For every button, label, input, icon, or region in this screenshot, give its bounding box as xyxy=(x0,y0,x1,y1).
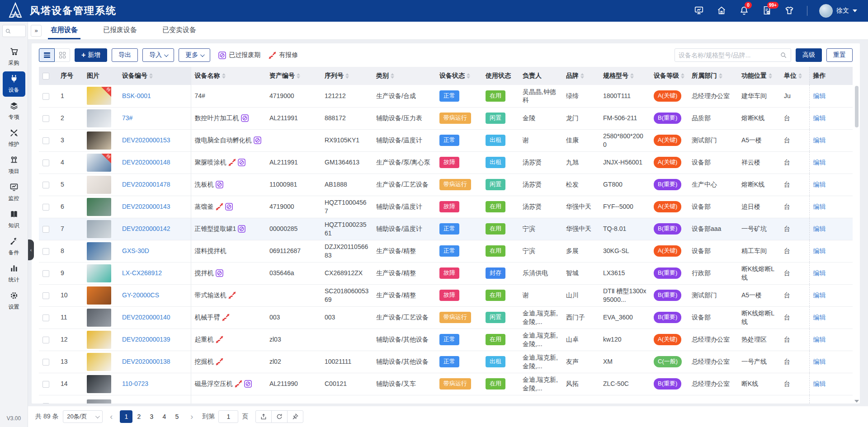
grid-view-button[interactable] xyxy=(54,48,70,62)
edit-link[interactable]: 编辑 xyxy=(813,269,826,277)
tab-in-use[interactable]: 在用设备 xyxy=(48,22,80,39)
goto-page-input[interactable] xyxy=(218,410,238,423)
equipment-code-link[interactable]: 110-0723 xyxy=(122,380,148,387)
sort-icon[interactable] xyxy=(345,73,349,79)
edit-link[interactable]: 编辑 xyxy=(813,336,826,343)
edit-link[interactable]: 编辑 xyxy=(813,114,826,122)
row-checkbox[interactable] xyxy=(42,160,49,166)
equipment-code-link[interactable]: BSK-0001 xyxy=(122,92,151,99)
notifications-bell-icon[interactable]: 0 xyxy=(739,5,750,16)
edit-link[interactable]: 编辑 xyxy=(813,225,826,232)
export-button[interactable]: 导出 xyxy=(112,48,138,62)
home-icon[interactable] xyxy=(717,5,727,16)
next-page-button[interactable]: › xyxy=(188,412,196,422)
row-checkbox[interactable] xyxy=(42,270,49,277)
row-checkbox[interactable] xyxy=(42,93,49,100)
edit-link[interactable]: 编辑 xyxy=(813,136,826,144)
equipment-code-link[interactable]: DEV2020000142 xyxy=(122,225,170,232)
equipment-photo[interactable] xyxy=(87,375,111,393)
tasks-document-icon[interactable]: 99+ xyxy=(762,5,773,16)
row-checkbox[interactable] xyxy=(42,337,49,343)
row-checkbox[interactable] xyxy=(42,248,49,255)
sidebar-collapse-handle[interactable]: ‹ xyxy=(28,239,34,260)
user-menu[interactable]: 徐文 xyxy=(819,4,857,18)
equipment-photo[interactable] xyxy=(87,331,111,349)
equipment-photo[interactable] xyxy=(87,286,111,305)
equipment-photo[interactable] xyxy=(87,353,111,371)
sidebar-item-project[interactable]: 项目 xyxy=(3,153,25,178)
equipment-code-link[interactable]: DEV2020000138 xyxy=(122,358,170,365)
equipment-photo[interactable] xyxy=(87,264,111,282)
sidebar-item-spare[interactable]: 备件 xyxy=(3,234,25,259)
export-table-button[interactable] xyxy=(255,410,272,423)
advanced-search-button[interactable]: 高级 xyxy=(796,48,822,62)
equipment-photo[interactable]: 特 xyxy=(87,87,111,105)
column-header-category[interactable]: 类别 xyxy=(373,67,436,85)
equipment-code-link[interactable]: DEV2020000148 xyxy=(122,159,170,166)
table-vertical-scrollbar[interactable] xyxy=(854,85,859,404)
row-checkbox[interactable] xyxy=(42,115,49,122)
row-checkbox[interactable] xyxy=(42,137,49,144)
prev-page-button[interactable]: ‹ xyxy=(107,412,115,422)
pin-columns-button[interactable] xyxy=(287,410,303,423)
equipment-photo[interactable] xyxy=(87,242,111,260)
equipment-photo[interactable] xyxy=(87,309,111,327)
sort-icon[interactable] xyxy=(719,73,722,79)
sidebar-search-input[interactable] xyxy=(2,25,26,37)
reset-button[interactable]: 重置 xyxy=(826,48,853,62)
column-header-unit[interactable]: 单位 xyxy=(780,67,809,85)
sidebar-item-purchase[interactable]: 采购 xyxy=(3,44,25,70)
sort-icon[interactable] xyxy=(630,73,634,79)
column-header-name[interactable]: 设备名称 xyxy=(191,67,266,85)
sort-icon[interactable] xyxy=(580,73,584,79)
list-view-button[interactable] xyxy=(39,48,55,62)
edit-link[interactable]: 编辑 xyxy=(813,181,826,188)
search-icon[interactable] xyxy=(780,52,787,59)
sidebar-item-knowledge[interactable]: 知识 xyxy=(3,207,25,232)
page-button-2[interactable]: 2 xyxy=(132,410,145,423)
column-header-asset[interactable]: 资产编号 xyxy=(266,67,321,85)
page-button-5[interactable]: 5 xyxy=(170,410,183,423)
sort-icon[interactable] xyxy=(467,73,470,79)
row-checkbox[interactable] xyxy=(42,226,49,233)
refresh-table-button[interactable] xyxy=(271,410,288,423)
sort-icon[interactable] xyxy=(391,73,394,79)
column-header-model[interactable]: 规格型号 xyxy=(599,67,650,85)
select-all-checkbox[interactable] xyxy=(42,73,49,80)
equipment-code-link[interactable]: LX-CX268912 xyxy=(122,269,162,277)
sort-icon[interactable] xyxy=(222,73,226,79)
sort-icon[interactable] xyxy=(149,73,153,79)
row-checkbox[interactable] xyxy=(42,314,49,321)
column-header-brand[interactable]: 品牌 xyxy=(562,67,599,85)
equipment-photo[interactable]: 特 xyxy=(87,154,111,172)
page-button-1[interactable]: 1 xyxy=(120,410,132,423)
edit-link[interactable]: 编辑 xyxy=(813,92,826,99)
tab-scrapped[interactable]: 已报废设备 xyxy=(100,22,140,39)
column-header-serial[interactable]: 序列号 xyxy=(321,67,373,85)
edit-link[interactable]: 编辑 xyxy=(813,247,826,254)
sort-icon[interactable] xyxy=(798,73,802,79)
equipment-photo[interactable] xyxy=(87,131,111,150)
edit-link[interactable]: 编辑 xyxy=(813,291,826,299)
sidebar-item-special[interactable]: 专项 xyxy=(3,99,25,124)
import-button[interactable]: 导入 xyxy=(142,48,174,62)
edit-link[interactable]: 编辑 xyxy=(813,203,826,210)
add-button[interactable]: +新增 xyxy=(75,48,107,62)
dashboard-icon[interactable] xyxy=(694,5,705,16)
equipment-code-link[interactable]: DEV2020000143 xyxy=(122,203,170,210)
equipment-photo[interactable] xyxy=(87,176,111,194)
equipment-code-link[interactable]: DEV2020000140 xyxy=(122,314,170,321)
edit-link[interactable]: 编辑 xyxy=(813,358,826,365)
sort-icon[interactable] xyxy=(681,73,684,79)
theme-shirt-icon[interactable] xyxy=(784,5,795,16)
edit-link[interactable]: 编辑 xyxy=(813,314,826,321)
edit-link[interactable]: 编辑 xyxy=(813,159,826,166)
sidebar-item-settings[interactable]: 设置 xyxy=(3,288,25,314)
page-button-4[interactable]: 4 xyxy=(158,410,170,423)
sidebar-item-maintenance[interactable]: 维护 xyxy=(3,126,25,151)
edit-link[interactable]: 编辑 xyxy=(813,380,826,387)
column-header-level[interactable]: 设备等级 xyxy=(650,67,688,85)
scrollbar-thumb[interactable] xyxy=(855,86,859,127)
equipment-photo[interactable] xyxy=(87,109,111,127)
scrollbar-down-arrow[interactable] xyxy=(854,400,859,403)
